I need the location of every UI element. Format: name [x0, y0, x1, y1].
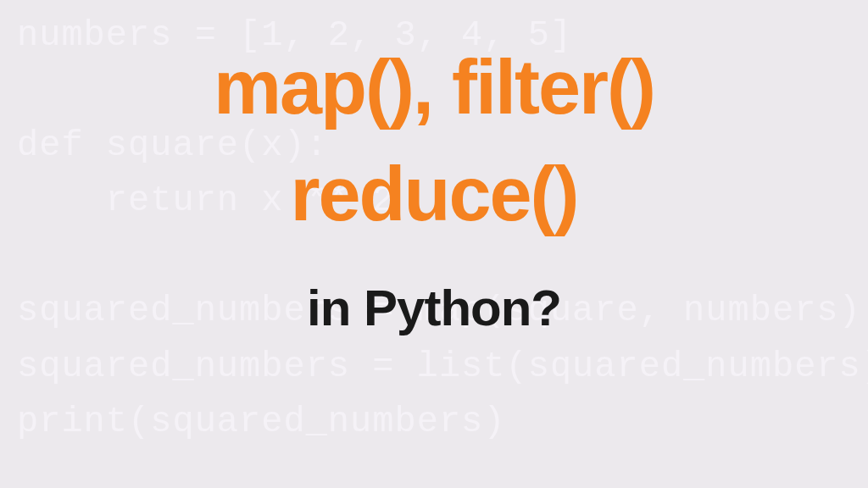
subtitle: in Python?: [0, 283, 868, 334]
title-line-2: reduce(): [0, 156, 868, 232]
title-line-1: map(), filter(): [0, 49, 868, 125]
title-block: map(), filter() reduce() in Python?: [0, 49, 868, 334]
